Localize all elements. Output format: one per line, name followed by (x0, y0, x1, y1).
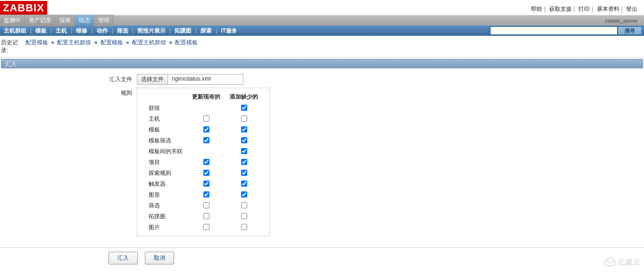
sub-tab-1[interactable]: 模板 (32, 27, 50, 35)
rule-label: 群组 (144, 103, 187, 114)
rules-row: 触发器 (144, 179, 263, 189)
watermark: 亿速云 (604, 257, 640, 267)
rules-row: 主机 (144, 114, 263, 124)
file-chooser[interactable]: 选择文件 nginxstatus.xml (137, 74, 243, 85)
checkbox-add-0[interactable] (241, 105, 247, 111)
sub-tab-5[interactable]: 筛选 (113, 27, 132, 35)
rules-row: 拓蹼图 (144, 211, 263, 222)
cloud-icon (604, 259, 616, 266)
checkbox-add-7[interactable] (241, 181, 247, 187)
sub-tab-2[interactable]: 主机 (52, 27, 71, 35)
rule-label: 触发器 (144, 179, 187, 189)
col-update: 更新现有的 (187, 91, 225, 103)
checkbox-add-2[interactable] (241, 126, 247, 132)
checkbox-update-2[interactable] (203, 126, 209, 132)
checkbox-add-1[interactable] (241, 115, 247, 122)
rule-label: 筛选 (144, 200, 187, 211)
checkbox-add-5[interactable] (241, 159, 247, 165)
link-profile[interactable]: 基本资料 (597, 6, 619, 12)
checkbox-update-9[interactable] (203, 202, 209, 208)
sub-tabs: 主机群组|模板|主机|维修|动作|筛选|简报片展示|拓蹼图|探索|IT服务 搜寻 (0, 25, 644, 36)
breadcrumb-item-4[interactable]: 配置模板 (175, 39, 198, 46)
checkbox-update-11[interactable] (203, 224, 209, 230)
main-tabs: 监测中资产记录报表组态管理 zabbix_server (0, 15, 644, 25)
rules-row: 模板间的关联 (144, 146, 263, 157)
history-label: 历史记录: (1, 38, 24, 56)
sub-tab-4[interactable]: 动作 (93, 27, 112, 35)
server-name: zabbix_server (605, 18, 644, 24)
link-help[interactable]: 帮助 (531, 6, 542, 12)
rule-label: 探索规则 (144, 168, 187, 179)
rules-row: 图形 (144, 189, 263, 200)
rule-label: 拓蹼图 (144, 211, 187, 222)
rule-label: 项目 (144, 157, 187, 168)
checkbox-add-9[interactable] (241, 202, 247, 208)
checkbox-update-3[interactable] (203, 137, 209, 143)
checkbox-update-7[interactable] (203, 181, 209, 187)
rule-label: 模板 (144, 124, 187, 135)
section-title: 汇入 (1, 59, 643, 68)
rules-row: 项目 (144, 157, 263, 168)
rules-row: 模板 (144, 124, 263, 135)
checkbox-add-10[interactable] (241, 213, 247, 219)
search-input[interactable] (490, 26, 618, 35)
file-label: 汇入文件 (109, 74, 137, 83)
checkbox-update-1[interactable] (203, 115, 209, 122)
checkbox-add-11[interactable] (241, 224, 247, 230)
checkbox-add-3[interactable] (241, 137, 247, 143)
checkbox-update-10[interactable] (203, 213, 209, 219)
rules-row: 图片 (144, 222, 263, 233)
breadcrumb-item-3[interactable]: 配置主机群组 (132, 39, 166, 46)
rules-label: 规则 (109, 88, 137, 97)
rule-label: 主机 (144, 114, 187, 124)
sub-tab-9[interactable]: IT服务 (217, 27, 241, 35)
checkbox-update-5[interactable] (203, 159, 209, 165)
checkbox-add-4[interactable] (241, 148, 247, 154)
breadcrumb-item-2[interactable]: 配置模板 (100, 39, 123, 46)
rules-row: 筛选 (144, 200, 263, 211)
import-button[interactable]: 汇入 (109, 252, 138, 264)
main-tab-2[interactable]: 报表 (56, 15, 75, 26)
sub-tab-0[interactable]: 主机群组 (0, 27, 30, 35)
rule-label: 模板筛选 (144, 135, 187, 146)
sub-tab-6[interactable]: 简报片展示 (134, 27, 169, 35)
file-name: nginxstatus.xml (168, 74, 243, 85)
sub-tab-3[interactable]: 维修 (72, 27, 91, 35)
top-links: 帮助| 获取支援| 打印| 基本资料| 登出 (529, 5, 639, 15)
header: ZABBIX 帮助| 获取支援| 打印| 基本资料| 登出 (0, 0, 644, 15)
rule-label: 模板间的关联 (144, 146, 187, 157)
main-tab-0[interactable]: 监测中 (0, 15, 25, 26)
rule-label: 图形 (144, 189, 187, 200)
cancel-button[interactable]: 取消 (145, 252, 174, 264)
rules-table: 更新现有的 添加缺少的 群组主机模板模板筛选模板间的关联项目探索规则触发器图形筛… (144, 91, 263, 233)
content: 汇入文件 选择文件 nginxstatus.xml 规则 更新现有的 添加缺少的 (0, 69, 644, 244)
breadcrumb-item-1[interactable]: 配置主机群组 (57, 39, 91, 46)
sub-tab-7[interactable]: 拓蹼图 (171, 27, 195, 35)
file-choose-button[interactable]: 选择文件 (137, 74, 168, 85)
rules-panel: 更新现有的 添加缺少的 群组主机模板模板筛选模板间的关联项目探索规则触发器图形筛… (137, 88, 270, 236)
sub-tab-8[interactable]: 探索 (197, 27, 216, 35)
checkbox-update-8[interactable] (203, 191, 209, 198)
rule-label: 图片 (144, 222, 187, 233)
rules-row: 探索规则 (144, 168, 263, 179)
link-logout[interactable]: 登出 (626, 6, 637, 12)
rules-row: 模板筛选 (144, 135, 263, 146)
search-button[interactable]: 搜寻 (618, 26, 642, 35)
logo: ZABBIX (0, 1, 47, 15)
breadcrumb: 配置模板 » 配置主机群组 » 配置模板 » 配置主机群组 » 配置模板 (24, 38, 200, 56)
history-row: 历史记录: 配置模板 » 配置主机群组 » 配置模板 » 配置主机群组 » 配置… (0, 36, 644, 58)
checkbox-add-6[interactable] (241, 170, 247, 176)
col-add: 添加缺少的 (225, 91, 263, 103)
breadcrumb-item-0[interactable]: 配置模板 (25, 39, 48, 46)
link-support[interactable]: 获取支援 (549, 6, 572, 12)
rules-row: 群组 (144, 103, 263, 114)
main-tab-3[interactable]: 组态 (75, 15, 94, 26)
checkbox-update-6[interactable] (203, 170, 209, 176)
footer: 汇入 取消 亿速云 (0, 247, 644, 268)
main-tab-4[interactable]: 管理 (94, 15, 114, 26)
checkbox-add-8[interactable] (241, 191, 247, 198)
link-print[interactable]: 打印 (578, 6, 590, 12)
main-tab-1[interactable]: 资产记录 (25, 15, 56, 26)
